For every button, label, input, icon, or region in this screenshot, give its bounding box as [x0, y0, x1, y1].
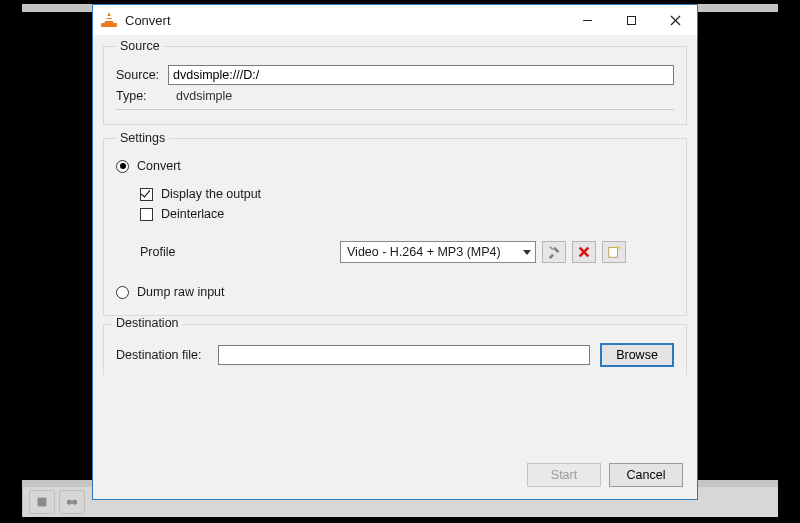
maximize-button[interactable] [609, 5, 653, 35]
convert-radio-label: Convert [137, 159, 181, 173]
checkbox-icon [140, 208, 153, 221]
profile-selected: Video - H.264 + MP3 (MP4) [347, 245, 501, 259]
dialog-footer: Start Cancel [93, 455, 697, 499]
svg-rect-0 [38, 498, 47, 507]
display-output-label: Display the output [161, 187, 261, 201]
radio-icon [116, 160, 129, 173]
delete-icon [577, 245, 591, 259]
source-label: Source: [116, 68, 168, 82]
svg-rect-7 [549, 246, 553, 250]
display-output-checkbox[interactable]: Display the output [140, 187, 674, 201]
destination-group: Destination Destination file: Browse [103, 324, 687, 375]
deinterlace-checkbox[interactable]: Deinterlace [140, 207, 674, 221]
destination-file-input[interactable] [218, 345, 590, 365]
new-profile-button[interactable] [602, 241, 626, 263]
type-value: dvdsimple [168, 89, 232, 103]
svg-point-1 [67, 499, 72, 504]
svg-rect-10 [609, 248, 618, 258]
radio-icon [116, 286, 129, 299]
window-title: Convert [125, 13, 171, 28]
player-play-button[interactable] [29, 490, 55, 514]
settings-group: Settings Convert Display the output Dein… [103, 131, 687, 316]
delete-profile-button[interactable] [572, 241, 596, 263]
close-button[interactable] [653, 5, 697, 35]
browse-button[interactable]: Browse [600, 343, 674, 367]
source-legend: Source [116, 39, 164, 53]
profile-label: Profile [140, 245, 340, 259]
minimize-button[interactable] [565, 5, 609, 35]
wrench-screwdriver-icon [547, 245, 561, 259]
source-group: Source Source: Type: dvdsimple [103, 39, 687, 125]
checkbox-icon [140, 188, 153, 201]
player-prev-button[interactable] [59, 490, 85, 514]
dump-raw-label: Dump raw input [137, 285, 225, 299]
dump-raw-radio[interactable]: Dump raw input [116, 285, 674, 299]
settings-legend: Settings [116, 131, 169, 145]
deinterlace-label: Deinterlace [161, 207, 224, 221]
chevron-down-icon [523, 250, 531, 255]
destination-legend: Destination [112, 316, 183, 330]
start-button[interactable]: Start [527, 463, 601, 487]
cancel-button[interactable]: Cancel [609, 463, 683, 487]
profile-combobox[interactable]: Video - H.264 + MP3 (MP4) [340, 241, 536, 263]
type-label: Type: [116, 89, 168, 103]
svg-rect-4 [627, 16, 635, 24]
source-input[interactable] [168, 65, 674, 85]
convert-dialog: Convert Source Source: Type: dvdsimple [92, 4, 698, 500]
edit-profile-button[interactable] [542, 241, 566, 263]
svg-point-2 [72, 499, 77, 504]
destination-file-label: Destination file: [116, 348, 218, 362]
vlc-cone-icon [101, 12, 117, 28]
new-profile-icon [607, 245, 621, 259]
convert-radio[interactable]: Convert [116, 159, 674, 173]
titlebar: Convert [93, 5, 697, 35]
